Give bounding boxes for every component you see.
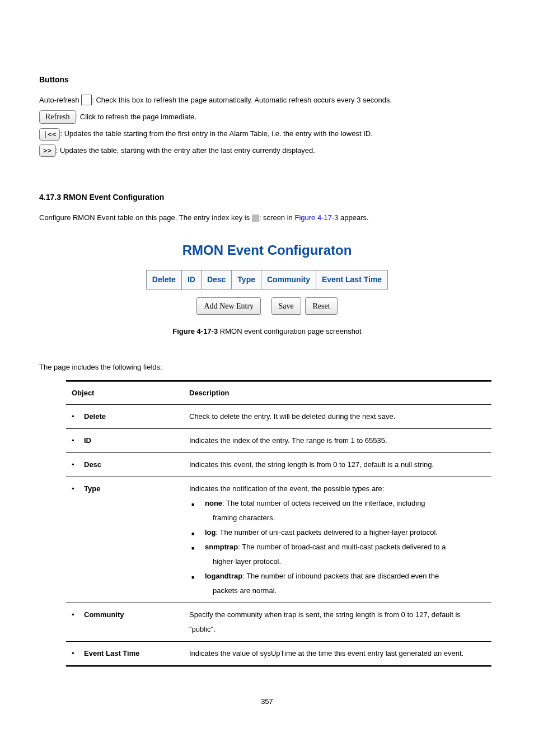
next-line: >>: Updates the table, starting with the…: [39, 144, 495, 157]
table-row: •Community Specify the community when tr…: [66, 603, 491, 641]
table-row: •Type Indicates the notification of the …: [66, 477, 491, 603]
table-row: •Desc Indicates this event, the string l…: [66, 452, 491, 477]
first-line: |<<: Updates the table starting from the…: [39, 127, 495, 141]
desc-desc: Indicates this event, the string length …: [184, 452, 491, 477]
auto-refresh-line: Auto-refresh : Check this box to refresh…: [39, 94, 495, 106]
fig-col-id: ID: [181, 270, 201, 290]
obj-id: ID: [84, 436, 91, 445]
list-item: snmptrap: The number of broad-cast and m…: [189, 540, 486, 569]
id-token-bg: [252, 214, 259, 222]
save-button[interactable]: Save: [271, 297, 301, 315]
fig-col-delete: Delete: [146, 270, 181, 290]
type-lead: Indicates the notification of the event,…: [189, 482, 486, 496]
fields-table: Object Description •Delete Check to dele…: [66, 380, 491, 666]
th-object: Object: [66, 381, 184, 404]
type-logandtrap-text: : The number of inbound packets that are…: [242, 572, 439, 580]
go-first-button[interactable]: |<<: [39, 128, 60, 141]
obj-lasttime: Event Last Time: [84, 649, 139, 657]
figure-button-row: Add New Entry Save Reset: [39, 297, 495, 315]
obj-type: Type: [84, 484, 100, 493]
fig-col-type: Type: [232, 270, 261, 290]
page-number: 357: [39, 695, 495, 708]
th-description: Description: [184, 381, 491, 404]
figure-caption-bold: Figure 4-17-3: [172, 327, 218, 335]
intro-end: appears.: [338, 213, 368, 222]
desc-community: Specify the community when trap is sent,…: [184, 603, 491, 641]
fields-intro: The page includes the following fields:: [39, 361, 495, 374]
go-next-desc: : Updates the table, starting with the e…: [56, 146, 315, 155]
figure-table: Delete ID Desc Type Community Event Last…: [146, 270, 388, 290]
desc-lasttime: Indicates the value of sysUpTime at the …: [184, 641, 491, 666]
obj-desc: Desc: [84, 460, 101, 469]
type-none: none: [205, 499, 222, 507]
obj-delete: Delete: [84, 412, 106, 421]
list-item: log: The number of uni-cast packets deli…: [189, 525, 486, 540]
table-row: •ID Indicates the index of the entry. Th…: [66, 428, 491, 452]
refresh-line: Refresh: Click to refresh the page immed…: [39, 110, 495, 124]
figure-caption-rest: RMON event configuration page screenshot: [218, 327, 362, 335]
go-next-button[interactable]: >>: [39, 144, 56, 157]
figure-link[interactable]: Figure 4-17-3: [294, 213, 338, 222]
intro-post: ; screen in: [259, 213, 295, 222]
type-log: log: [205, 528, 216, 536]
desc-delete: Check to delete the entry. It will be de…: [184, 404, 491, 428]
figure-block: RMON Event Configuraton Delete ID Desc T…: [39, 238, 495, 315]
desc-id: Indicates the index of the entry. The ra…: [184, 428, 491, 452]
list-item: none: The total number of octets receive…: [189, 496, 486, 525]
rmon-intro: Configure RMON Event table on this page.…: [39, 211, 495, 224]
type-snmptrap-text: : The number of broad-cast and multi-cas…: [238, 543, 446, 551]
table-row: •Event Last Time Indicates the value of …: [66, 641, 491, 666]
buttons-heading: Buttons: [39, 73, 495, 87]
type-log-text: : The number of uni-cast packets deliver…: [216, 528, 438, 536]
add-new-entry-button[interactable]: Add New Entry: [196, 297, 261, 315]
refresh-desc: : Click to refresh the page immediate.: [76, 113, 196, 121]
type-none-cont: framing characters.: [205, 511, 486, 525]
type-snmptrap: snmptrap: [205, 543, 238, 551]
fig-col-lasttime: Event Last Time: [316, 270, 388, 290]
obj-community: Community: [84, 610, 124, 619]
reset-button[interactable]: Reset: [305, 297, 337, 315]
figure-caption: Figure 4-17-3 RMON event configuration p…: [39, 325, 495, 338]
table-row: •Delete Check to delete the entry. It wi…: [66, 404, 491, 428]
type-logandtrap: logandtrap: [205, 572, 242, 580]
fig-col-community: Community: [261, 270, 316, 290]
type-snmptrap-cont: higher-layer protocol.: [205, 554, 486, 569]
type-logandtrap-cont: packets are normal.: [205, 584, 486, 598]
rmon-heading: 4.17.3 RMON Event Configuration: [39, 190, 495, 204]
list-item: logandtrap: The number of inbound packet…: [189, 569, 486, 598]
type-none-text: : The total number of octets received on…: [222, 499, 425, 507]
figure-title: RMON Event Configuraton: [39, 238, 495, 262]
auto-refresh-checkbox[interactable]: [81, 95, 92, 105]
refresh-button[interactable]: Refresh: [39, 110, 76, 124]
fig-col-desc: Desc: [201, 270, 231, 290]
intro-pre: Configure RMON Event table on this page.…: [39, 213, 252, 222]
auto-refresh-label: Auto-refresh: [39, 96, 81, 104]
auto-refresh-desc: : Check this box to refresh the page aut…: [92, 96, 392, 104]
go-first-desc: : Updates the table starting from the fi…: [60, 129, 372, 138]
